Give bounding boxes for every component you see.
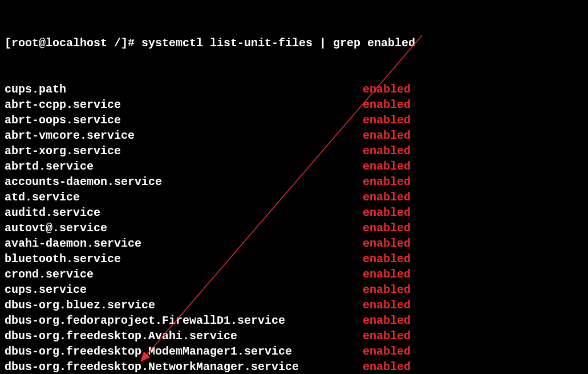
unit-status: enabled <box>363 297 411 313</box>
unit-row: auditd.serviceenabled <box>5 205 583 220</box>
unit-name: cups.service <box>5 282 363 297</box>
unit-status: enabled <box>363 82 411 97</box>
unit-row: dbus-org.freedesktop.NetworkManager.serv… <box>5 359 583 374</box>
unit-status: enabled <box>363 282 411 297</box>
unit-name: dbus-org.freedesktop.NetworkManager.serv… <box>5 359 363 374</box>
unit-row: autovt@.serviceenabled <box>5 220 583 236</box>
unit-status: enabled <box>363 359 411 374</box>
unit-row: dbus-org.bluez.serviceenabled <box>5 297 583 313</box>
unit-status: enabled <box>363 128 411 143</box>
unit-file-list: cups.pathenabledabrt-ccpp.serviceenabled… <box>5 82 583 374</box>
unit-name: dbus-org.fedoraproject.FirewallD1.servic… <box>5 313 363 328</box>
unit-status: enabled <box>363 344 411 359</box>
unit-name: accounts-daemon.service <box>5 174 363 190</box>
unit-name: abrtd.service <box>5 159 363 174</box>
unit-name: crond.service <box>5 267 363 282</box>
unit-name: autovt@.service <box>5 220 363 236</box>
unit-name: abrt-xorg.service <box>5 143 363 159</box>
unit-row: abrt-oops.serviceenabled <box>5 112 583 128</box>
unit-name: bluetooth.service <box>5 251 363 267</box>
unit-row: abrt-ccpp.serviceenabled <box>5 97 583 112</box>
unit-name: abrt-vmcore.service <box>5 128 363 143</box>
terminal-output: [root@localhost /]# systemctl list-unit-… <box>5 5 583 374</box>
unit-status: enabled <box>363 205 411 220</box>
unit-name: dbus-org.freedesktop.Avahi.service <box>5 328 363 344</box>
command-prompt: [root@localhost /]# systemctl list-unit-… <box>5 35 583 51</box>
unit-row: abrt-vmcore.serviceenabled <box>5 128 583 143</box>
unit-status: enabled <box>363 143 411 159</box>
unit-status: enabled <box>363 112 411 128</box>
unit-status: enabled <box>363 236 411 251</box>
unit-status: enabled <box>363 251 411 267</box>
unit-row: dbus-org.freedesktop.ModemManager1.servi… <box>5 344 583 359</box>
unit-row: cups.pathenabled <box>5 82 583 97</box>
unit-row: accounts-daemon.serviceenabled <box>5 174 583 190</box>
unit-row: crond.serviceenabled <box>5 267 583 282</box>
unit-name: dbus-org.freedesktop.ModemManager1.servi… <box>5 344 363 359</box>
unit-status: enabled <box>363 159 411 174</box>
unit-status: enabled <box>363 267 411 282</box>
unit-status: enabled <box>363 174 411 190</box>
unit-row: avahi-daemon.serviceenabled <box>5 236 583 251</box>
unit-row: abrt-xorg.serviceenabled <box>5 143 583 159</box>
unit-row: dbus-org.freedesktop.Avahi.serviceenable… <box>5 328 583 344</box>
unit-status: enabled <box>363 220 411 236</box>
unit-status: enabled <box>363 97 411 112</box>
unit-name: cups.path <box>5 82 363 97</box>
unit-name: abrt-ccpp.service <box>5 97 363 112</box>
unit-name: abrt-oops.service <box>5 112 363 128</box>
unit-name: avahi-daemon.service <box>5 236 363 251</box>
unit-status: enabled <box>363 190 411 205</box>
unit-row: bluetooth.serviceenabled <box>5 251 583 267</box>
unit-row: dbus-org.fedoraproject.FirewallD1.servic… <box>5 313 583 328</box>
unit-row: atd.serviceenabled <box>5 190 583 205</box>
unit-row: abrtd.serviceenabled <box>5 159 583 174</box>
unit-status: enabled <box>363 313 411 328</box>
unit-name: atd.service <box>5 190 363 205</box>
unit-name: dbus-org.bluez.service <box>5 297 363 313</box>
unit-name: auditd.service <box>5 205 363 220</box>
unit-status: enabled <box>363 328 411 344</box>
unit-row: cups.serviceenabled <box>5 282 583 297</box>
